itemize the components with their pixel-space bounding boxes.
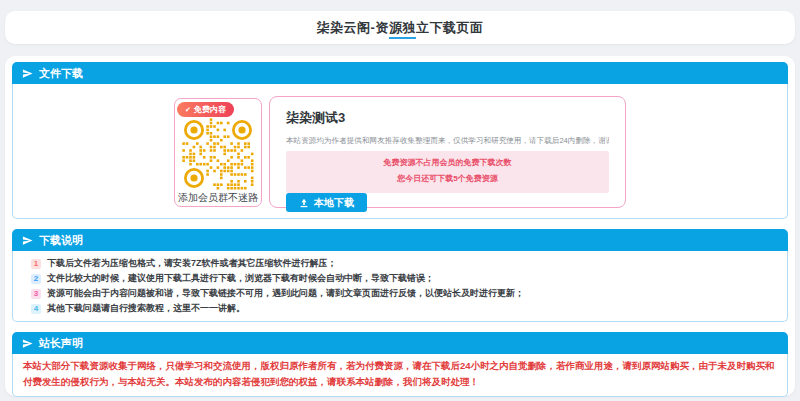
statement-body: 本站大部分下载资源收集于网络，只做学习和交流使用，版权归原作者所有，若为付费资源… — [12, 354, 788, 397]
free-quota-alert: 免费资源不占用会员的免费下载次数 您今日还可下载5个免费资源 — [286, 151, 609, 193]
note-number-badge: 1 — [31, 259, 41, 269]
note-item: 3 资源可能会由于内容问题被和谐，导致下载链接不可用，遇到此问题，请到文章页面进… — [13, 286, 787, 301]
qr-code — [182, 118, 254, 190]
note-text: 资源可能会由于内容问题被和谐，导致下载链接不可用，遇到此问题，请到文章页面进行反… — [47, 287, 524, 300]
note-item: 4 其他下载问题请自行搜索教程，这里不一一讲解。 — [13, 301, 787, 316]
check-icon: ✔ — [185, 106, 191, 114]
free-quota-line-1: 免费资源不占用会员的免费下载次数 — [286, 155, 609, 171]
section-statement: 站长声明 本站大部分下载资源收集于网络，只做学习和交流使用，版权归原作者所有，若… — [12, 332, 788, 397]
statement-text: 本站大部分下载资源收集于网络，只做学习和交流使用，版权归原作者所有，若为付费资源… — [23, 358, 777, 390]
resource-description: 本站资源均为作者提供和网友推荐收集整理而来，仅供学习和研究使用，请下载后24内删… — [286, 136, 609, 146]
resource-title: 柒染测试3 — [286, 109, 609, 127]
download-icon — [299, 198, 309, 208]
local-download-button[interactable]: 本地下载 — [286, 193, 367, 212]
page-title-prefix: 柒染云阁-资 — [317, 20, 389, 35]
download-notes-body: 1 下载后文件若为压缩包格式，请安装7Z软件或者其它压缩软件进行解压； 2 文件… — [12, 251, 788, 322]
page-title-bar: 柒染云阁-资源独立下载页面 — [5, 11, 795, 44]
local-download-button-label: 本地下载 — [314, 196, 354, 210]
statement-header-label: 站长声明 — [39, 336, 83, 351]
page-title-underlined: 源独 — [389, 20, 416, 39]
free-quota-line-2: 您今日还可下载5个免费资源 — [286, 171, 609, 187]
note-number-badge: 2 — [31, 274, 41, 284]
download-notes-header-label: 下载说明 — [39, 233, 83, 248]
note-text: 文件比较大的时候，建议使用下载工具进行下载，浏览器下载有时候会自动中断，导致下载… — [47, 272, 434, 285]
file-download-body: ✔ 免费内容 添加会员群不迷路 柒染测试3 本站资源均为作者提供和网友推荐收集整… — [12, 84, 788, 219]
download-notes-header: 下载说明 — [12, 229, 788, 251]
section-file-download: 文件下载 ✔ 免费内容 添加会员群不迷路 柒染测试3 本站资源均为作者提供和网友… — [12, 62, 788, 219]
paper-plane-icon — [22, 235, 33, 246]
note-number-badge: 3 — [31, 289, 41, 299]
paper-plane-icon — [22, 338, 33, 349]
qr-caption: 添加会员群不迷路 — [178, 191, 258, 205]
note-number-badge: 4 — [31, 304, 41, 314]
page-title: 柒染云阁-资源独立下载页面 — [317, 19, 484, 37]
statement-header: 站长声明 — [12, 332, 788, 354]
free-content-badge-label: 免费内容 — [194, 104, 226, 115]
resource-panel: 柒染测试3 本站资源均为作者提供和网友推荐收集整理而来，仅供学习和研究使用，请下… — [269, 96, 626, 208]
main-panel: 文件下载 ✔ 免费内容 添加会员群不迷路 柒染测试3 本站资源均为作者提供和网友… — [5, 56, 795, 396]
page-title-suffix: 立下载页面 — [416, 20, 484, 35]
note-item: 2 文件比较大的时候，建议使用下载工具进行下载，浏览器下载有时候会自动中断，导致… — [13, 271, 787, 286]
qr-card: ✔ 免费内容 添加会员群不迷路 — [174, 98, 262, 207]
note-item: 1 下载后文件若为压缩包格式，请安装7Z软件或者其它压缩软件进行解压； — [13, 256, 787, 271]
note-text: 下载后文件若为压缩包格式，请安装7Z软件或者其它压缩软件进行解压； — [47, 257, 337, 270]
note-text: 其他下载问题请自行搜索教程，这里不一一讲解。 — [47, 302, 245, 315]
file-download-header-label: 文件下载 — [39, 66, 83, 81]
free-content-badge: ✔ 免费内容 — [177, 102, 234, 117]
file-download-header: 文件下载 — [12, 62, 788, 84]
paper-plane-icon — [22, 68, 33, 79]
section-download-notes: 下载说明 1 下载后文件若为压缩包格式，请安装7Z软件或者其它压缩软件进行解压；… — [12, 229, 788, 322]
